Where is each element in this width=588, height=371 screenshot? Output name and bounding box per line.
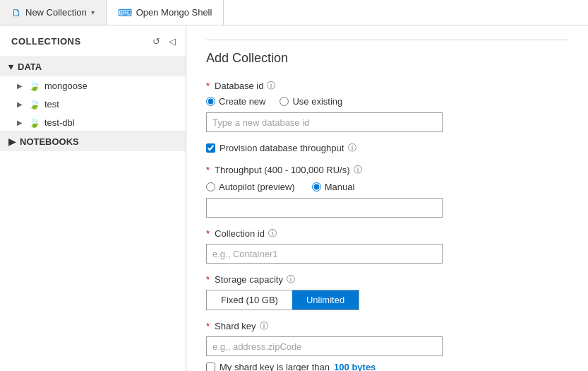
shard-note-prefix: My shard key is larger than bbox=[220, 362, 330, 371]
throughput-info-icon[interactable]: ⓘ bbox=[354, 164, 362, 176]
throughput-radio-group: Autopilot (preview) Manual bbox=[206, 182, 568, 192]
storage-capacity-group: * Storage capacity ⓘ Fixed (10 GB) Unlim… bbox=[206, 273, 568, 310]
mongoose-db-icon: 🍃 bbox=[28, 80, 40, 91]
test-dbl-db-icon: 🍃 bbox=[28, 117, 40, 128]
provision-throughput-info-icon[interactable]: ⓘ bbox=[348, 142, 356, 154]
toolbar: 🗋 New Collection ▾ ⌨ Open Mongo Shell bbox=[0, 0, 588, 25]
shard-key-info-icon[interactable]: ⓘ bbox=[260, 320, 268, 332]
collection-id-input[interactable] bbox=[206, 244, 443, 264]
collection-id-label-row: * Collection id ⓘ bbox=[206, 228, 568, 240]
database-id-group: * Database id ⓘ Create new Use existing bbox=[206, 80, 568, 132]
tree-item-test[interactable]: ▶ 🍃 test bbox=[0, 95, 186, 113]
use-existing-label: Use existing bbox=[292, 96, 342, 107]
provision-throughput-label: Provision database throughput bbox=[220, 143, 344, 153]
data-section-header[interactable]: ▾ DATA bbox=[0, 57, 186, 76]
collection-required-star: * bbox=[206, 228, 210, 239]
required-star: * bbox=[206, 81, 210, 91]
shard-note-highlight: 100 bytes bbox=[334, 362, 376, 371]
chevron-down-icon: ▾ bbox=[91, 8, 95, 16]
provision-throughput-row: Provision database throughput ⓘ bbox=[206, 142, 568, 154]
new-collection-button[interactable]: 🗋 New Collection ▾ bbox=[0, 0, 107, 25]
collections-title: COLLECTIONS bbox=[11, 36, 81, 47]
database-id-radio-group: Create new Use existing bbox=[206, 96, 568, 107]
notebooks-section-label: NOTEBOOKS bbox=[20, 136, 79, 147]
throughput-label: Throughput (400 - 100,000 RU/s) bbox=[215, 165, 350, 175]
new-collection-icon: 🗋 bbox=[11, 7, 21, 18]
new-collection-label: New Collection bbox=[25, 7, 87, 18]
throughput-required-star: * bbox=[206, 165, 210, 175]
shard-key-input[interactable] bbox=[206, 336, 443, 356]
throughput-group: * Throughput (400 - 100,000 RU/s) ⓘ Auto… bbox=[206, 164, 568, 218]
collection-id-group: * Collection id ⓘ bbox=[206, 228, 568, 264]
sidebar-actions: ↺ ◁ bbox=[151, 34, 177, 48]
collection-id-info-icon[interactable]: ⓘ bbox=[268, 228, 277, 240]
mongoose-label: mongoose bbox=[44, 81, 88, 91]
collapse-button[interactable]: ◁ bbox=[167, 34, 177, 48]
tree-item-test-dbl[interactable]: ▶ 🍃 test-dbl bbox=[0, 113, 186, 131]
tree-item-mongoose[interactable]: ▶ 🍃 mongoose bbox=[0, 76, 186, 95]
mongo-shell-icon: ⌨ bbox=[118, 7, 132, 18]
open-mongo-label: Open Mongo Shell bbox=[136, 7, 212, 18]
main-layout: COLLECTIONS ↺ ◁ ▾ DATA ▶ 🍃 mongoose bbox=[0, 25, 588, 371]
create-new-option[interactable]: Create new bbox=[206, 96, 265, 107]
right-panel: Add Collection * Database id ⓘ Create ne… bbox=[186, 25, 588, 371]
panel-title: Add Collection bbox=[206, 51, 568, 66]
refresh-icon: ↺ bbox=[152, 36, 160, 47]
throughput-label-row: * Throughput (400 - 100,000 RU/s) ⓘ bbox=[206, 164, 568, 176]
data-section-label: DATA bbox=[18, 61, 42, 72]
sidebar: COLLECTIONS ↺ ◁ ▾ DATA ▶ 🍃 mongoose bbox=[0, 25, 186, 371]
test-dbl-chevron-icon: ▶ bbox=[17, 119, 23, 126]
shard-size-checkbox[interactable] bbox=[206, 363, 215, 371]
fixed-storage-button[interactable]: Fixed (10 GB) bbox=[207, 290, 292, 310]
notebooks-section-header[interactable]: ▶ NOTEBOOKS bbox=[0, 131, 186, 151]
create-new-label: Create new bbox=[219, 96, 265, 107]
unlimited-storage-button[interactable]: Unlimited bbox=[292, 290, 359, 310]
collection-id-label: Collection id bbox=[215, 228, 265, 239]
refresh-button[interactable]: ↺ bbox=[151, 34, 162, 48]
database-id-label: Database id bbox=[215, 81, 263, 91]
shard-key-label-row: * Shard key ⓘ bbox=[206, 320, 568, 332]
autopilot-radio[interactable] bbox=[206, 182, 215, 192]
shard-key-group: * Shard key ⓘ My shard key is larger tha… bbox=[206, 320, 568, 371]
use-existing-radio[interactable] bbox=[280, 97, 289, 106]
shard-key-label: Shard key bbox=[215, 321, 256, 331]
autopilot-label: Autopilot (preview) bbox=[219, 182, 295, 192]
database-id-input[interactable] bbox=[206, 112, 443, 132]
mongoose-chevron-icon: ▶ bbox=[17, 82, 23, 90]
open-mongo-shell-button[interactable]: ⌨ Open Mongo Shell bbox=[107, 0, 224, 25]
notebooks-section: ▶ NOTEBOOKS bbox=[0, 131, 186, 151]
data-chevron-icon: ▾ bbox=[8, 61, 13, 72]
test-dbl-label: test-dbl bbox=[44, 117, 75, 128]
manual-radio[interactable] bbox=[312, 182, 321, 192]
manual-option[interactable]: Manual bbox=[312, 182, 355, 192]
test-label: test bbox=[44, 99, 59, 110]
collapse-icon: ◁ bbox=[169, 36, 176, 47]
storage-label-row: * Storage capacity ⓘ bbox=[206, 273, 568, 285]
shard-note: My shard key is larger than 100 bytes bbox=[206, 362, 568, 371]
test-chevron-icon: ▶ bbox=[17, 100, 23, 108]
autopilot-option[interactable]: Autopilot (preview) bbox=[206, 182, 295, 192]
storage-required-star: * bbox=[206, 274, 210, 285]
top-divider bbox=[206, 40, 568, 40]
create-new-radio[interactable] bbox=[206, 97, 215, 106]
collections-header: COLLECTIONS ↺ ◁ bbox=[0, 25, 186, 57]
shard-required-star: * bbox=[206, 321, 210, 331]
storage-btn-group: Fixed (10 GB) Unlimited bbox=[206, 290, 359, 310]
storage-capacity-label: Storage capacity bbox=[215, 274, 283, 285]
test-db-icon: 🍃 bbox=[28, 98, 40, 110]
throughput-input[interactable]: 400 bbox=[206, 198, 443, 218]
storage-info-icon[interactable]: ⓘ bbox=[287, 273, 295, 285]
use-existing-option[interactable]: Use existing bbox=[280, 96, 342, 107]
notebooks-chevron-icon: ▶ bbox=[8, 136, 16, 147]
data-section: ▾ DATA ▶ 🍃 mongoose ▶ 🍃 test ▶ 🍃 test-db… bbox=[0, 57, 186, 131]
provision-throughput-checkbox[interactable] bbox=[206, 143, 215, 153]
manual-label: Manual bbox=[325, 182, 355, 192]
database-id-info-icon[interactable]: ⓘ bbox=[267, 80, 275, 92]
database-id-label-row: * Database id ⓘ bbox=[206, 80, 568, 92]
